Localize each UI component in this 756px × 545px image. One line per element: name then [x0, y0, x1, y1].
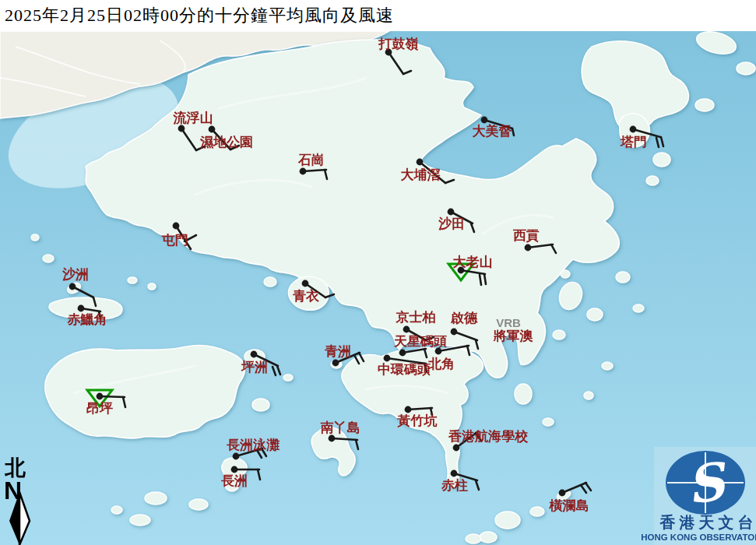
island [252, 399, 269, 411]
station-label: 中環碼頭 [378, 362, 431, 377]
station-dot [78, 305, 85, 312]
hk-wind-map: 打鼓嶺流浮山濕地公園石崗大美督塔門大埔滘屯門沙田西貢大老山沙洲赤鱲角青衣青洲京士… [0, 0, 756, 545]
station-dot [178, 125, 185, 132]
wind-map-page: 打鼓嶺流浮山濕地公園石崗大美督塔門大埔滘屯門沙田西貢大老山沙洲赤鱲角青衣青洲京士… [0, 0, 756, 545]
island [130, 515, 150, 526]
island [695, 99, 714, 111]
station-label: 長洲 [221, 473, 248, 488]
island [587, 308, 603, 321]
island [495, 512, 520, 529]
station-label: 屯門 [161, 233, 188, 248]
island [480, 532, 497, 543]
station-label: 青洲 [325, 344, 351, 359]
map-title: 2025年2月25日02時00分的十分鐘平均風向及風速 [0, 4, 394, 27]
station-label: 流浮山 [173, 111, 213, 125]
wind-barb-line [100, 396, 125, 397]
island [145, 492, 167, 505]
station-label: 橫瀾島 [549, 498, 589, 513]
station-label: 大老山 [453, 255, 493, 269]
island [466, 534, 481, 543]
island [283, 374, 293, 381]
station-label: 北角 [427, 357, 455, 371]
island [553, 330, 565, 339]
station-dot [209, 126, 216, 133]
station-label: 大美督 [473, 123, 512, 139]
station-dot [448, 209, 455, 216]
logo-name-cn: 香港天文台 [659, 514, 756, 531]
vrb-wind-text: VRB [496, 316, 521, 329]
station-label: 沙洲 [62, 267, 89, 282]
station-label: 赤柱 [441, 478, 468, 493]
station-dot [97, 393, 104, 400]
station-dot [384, 355, 391, 362]
island [543, 418, 554, 426]
station-dot [233, 453, 240, 460]
station-label: 黃竹坑 [397, 413, 438, 428]
station-label: 赤鱲角 [67, 312, 107, 327]
station-dot [302, 280, 309, 287]
station-dot [251, 351, 258, 358]
island [111, 506, 122, 514]
station-label: 大埔滘 [401, 167, 441, 182]
station-label: 京士柏 [396, 310, 436, 325]
station-dot [399, 350, 406, 357]
island [515, 384, 532, 404]
title-bar: 2025年2月25日02時00分的十分鐘平均風向及風速 [0, 0, 756, 31]
logo-name-en: HONG KONG OBSERVATORY [641, 533, 756, 542]
station-dot [329, 435, 336, 442]
station-label: 打鼓嶺 [378, 37, 419, 51]
station-dot [435, 348, 442, 355]
station-dot [451, 329, 458, 336]
station-dot [453, 445, 460, 452]
island [530, 507, 544, 516]
island [646, 176, 659, 185]
station-dot [451, 470, 458, 477]
island [31, 234, 39, 241]
island [128, 277, 137, 283]
station-label: 濕地公園 [199, 135, 253, 149]
station-label: 青衣 [293, 289, 320, 304]
island [189, 499, 208, 510]
station-label: 長洲泳灘 [227, 438, 280, 452]
station-label: 香港航海學校 [448, 429, 529, 444]
station-label: 將軍澳 [493, 329, 534, 343]
island [602, 362, 613, 370]
island [633, 304, 644, 312]
island [737, 62, 755, 75]
island [584, 392, 593, 399]
station-label: 昂坪 [86, 401, 113, 416]
station-label: 南丫島 [321, 420, 360, 435]
station-label: 坪洲 [241, 360, 268, 374]
island [43, 255, 54, 262]
hko-logo: S 香港天文台 HONG KONG OBSERVATORY [641, 447, 756, 545]
station-dot [559, 490, 566, 497]
station-label: 沙田 [438, 216, 465, 231]
station-dot [481, 117, 488, 124]
island [148, 283, 156, 290]
island [264, 277, 276, 287]
station-dot [417, 159, 424, 166]
station-dot [405, 406, 412, 413]
station-dot [403, 326, 410, 333]
island [616, 272, 630, 283]
island [561, 270, 570, 278]
island [653, 153, 670, 167]
station-dot [300, 168, 307, 175]
station-dot [231, 466, 238, 473]
station-dot [69, 283, 76, 290]
station-dot [525, 244, 532, 251]
station-dot [173, 223, 180, 230]
station-label: 西貢 [512, 228, 540, 243]
station-label: 啟德 [450, 311, 478, 325]
station-dot [630, 126, 637, 133]
station-dot [332, 360, 339, 367]
station-label: 天星碼頭 [393, 334, 447, 349]
station-label: 石崗 [297, 153, 325, 167]
station-label: 塔門 [620, 135, 647, 149]
